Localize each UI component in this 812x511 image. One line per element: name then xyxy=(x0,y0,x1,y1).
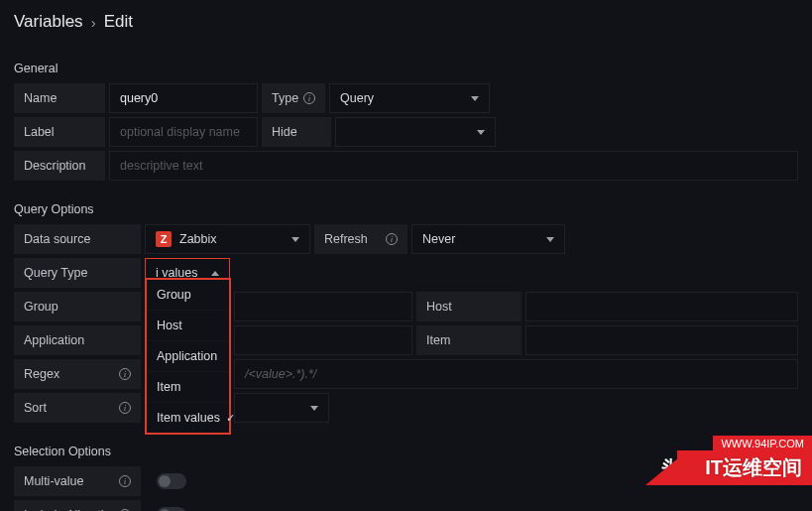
info-icon[interactable]: i xyxy=(119,402,131,414)
refresh-value: Never xyxy=(422,232,455,246)
querytype-dropdown: Group Host Application Item Item values … xyxy=(145,278,231,435)
label-querytype: Query Type xyxy=(14,258,141,288)
watermark-bigtext: IT运维空间 xyxy=(677,450,812,485)
label-application: Application xyxy=(14,325,141,355)
refresh-select[interactable]: Never xyxy=(411,224,565,254)
chevron-right-icon: › xyxy=(91,14,96,31)
sort-select[interactable] xyxy=(234,393,329,423)
label-description: Description xyxy=(14,151,105,181)
item-input[interactable] xyxy=(525,325,798,355)
info-icon[interactable]: i xyxy=(119,475,131,487)
label-regex: Regex i xyxy=(14,359,141,389)
type-select-value: Query xyxy=(340,91,374,105)
datasource-select[interactable]: Z Zabbix xyxy=(145,224,310,254)
regex-input[interactable]: /<value>.*).*/ xyxy=(234,359,798,389)
label-hide: Hide xyxy=(262,117,331,147)
description-input[interactable]: descriptive text xyxy=(109,151,798,181)
section-queryoptions-header: Query Options xyxy=(14,202,798,216)
regex-placeholder: /<value>.*).*/ xyxy=(245,367,316,381)
breadcrumb-main[interactable]: Variables xyxy=(14,12,83,32)
group-input[interactable] xyxy=(234,292,412,321)
name-input-value: query0 xyxy=(120,91,158,105)
label-host: Host xyxy=(416,292,522,321)
label-refresh: Refresh i xyxy=(314,224,407,254)
host-input[interactable] xyxy=(525,292,798,321)
label-includeall: Include All option i xyxy=(14,500,141,511)
label-item: Item xyxy=(416,325,522,355)
chevron-down-icon xyxy=(477,130,485,135)
label-regex-text: Regex xyxy=(24,367,59,381)
dropdown-text: Host xyxy=(157,319,182,332)
dropdown-text: Item values xyxy=(157,411,220,425)
dropdown-text: Application xyxy=(157,349,217,363)
label-type-text: Type xyxy=(272,91,298,105)
label-input-placeholder: optional display name xyxy=(120,125,240,139)
section-general-header: General xyxy=(14,62,798,75)
chevron-down-icon xyxy=(546,237,554,242)
breadcrumb-sub: Edit xyxy=(104,12,133,32)
info-icon[interactable]: i xyxy=(386,233,398,245)
label-label: Label xyxy=(14,117,105,147)
multivalue-toggle[interactable] xyxy=(157,473,186,489)
chevron-down-icon xyxy=(310,406,318,411)
hide-select[interactable] xyxy=(335,117,496,147)
label-type: Type i xyxy=(262,83,325,113)
label-sort-text: Sort xyxy=(24,401,47,415)
check-icon: ✓ xyxy=(226,412,235,425)
name-input[interactable]: query0 xyxy=(109,83,258,113)
info-icon[interactable]: i xyxy=(119,368,131,380)
label-multivalue-text: Multi-value xyxy=(24,474,83,488)
label-refresh-text: Refresh xyxy=(324,232,368,246)
dropdown-item-group[interactable]: Group xyxy=(147,280,229,311)
type-select[interactable]: Query xyxy=(329,83,490,113)
multivalue-toggle-cell xyxy=(145,466,186,496)
watermark-url: WWW.94IP.COM xyxy=(713,436,812,451)
dropdown-text: Item xyxy=(157,380,180,394)
label-datasource: Data source xyxy=(14,224,141,254)
chevron-down-icon xyxy=(471,96,479,101)
dropdown-item-item[interactable]: Item xyxy=(147,372,229,403)
breadcrumb: Variables › Edit xyxy=(14,12,798,32)
includeall-toggle[interactable] xyxy=(157,507,186,511)
info-icon[interactable]: i xyxy=(303,92,315,104)
label-multivalue: Multi-value i xyxy=(14,466,141,496)
dropdown-item-host[interactable]: Host xyxy=(147,311,229,341)
dropdown-text: Group xyxy=(157,288,191,302)
label-group: Group xyxy=(14,292,141,321)
zabbix-icon: Z xyxy=(156,231,172,247)
dropdown-item-itemvalues[interactable]: Item values ✓ xyxy=(147,403,229,433)
chevron-down-icon xyxy=(291,237,299,242)
includeall-toggle-cell xyxy=(145,500,186,511)
description-placeholder: descriptive text xyxy=(120,159,202,173)
label-sort: Sort i xyxy=(14,393,141,423)
dropdown-item-application[interactable]: Application xyxy=(147,341,229,372)
label-name: Name xyxy=(14,83,105,113)
application-input[interactable] xyxy=(234,325,412,355)
chevron-up-icon xyxy=(211,271,219,276)
datasource-value: Zabbix xyxy=(179,232,217,246)
label-input[interactable]: optional display name xyxy=(109,117,258,147)
